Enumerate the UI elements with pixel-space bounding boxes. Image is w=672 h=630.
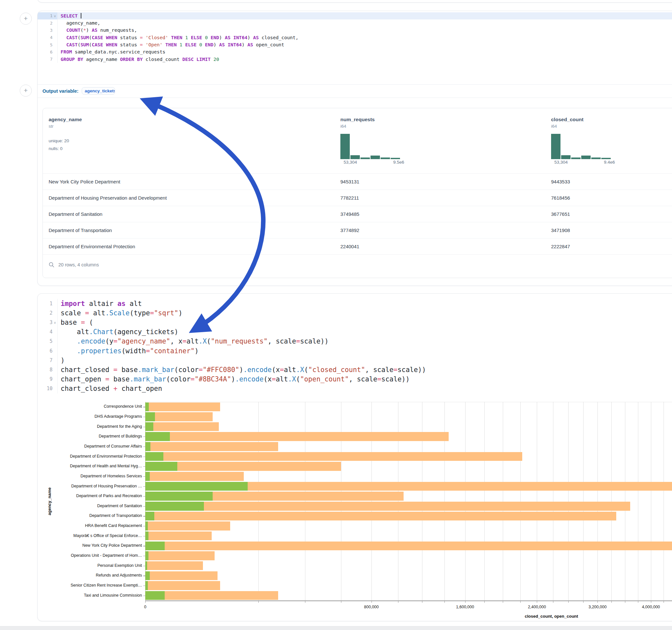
previous-cell-edge — [37, 0, 672, 3]
x-tick-label: 1,600,000 — [456, 605, 474, 609]
bar-closed-count — [145, 502, 630, 511]
code-line[interactable]: 1∨SELECT — [38, 12, 672, 20]
code-line[interactable]: 3 COUNT(*) AS num_requests, — [38, 27, 672, 34]
column-header-closed_count[interactable]: closed_counti6453,3049.4e6 — [545, 108, 672, 173]
table-cell: 9443533 — [545, 179, 672, 185]
code-line[interactable]: 4 CAST(SUM(CASE WHEN status = 'Closed' T… — [38, 34, 672, 41]
code-token: LIMIT — [196, 57, 211, 62]
python-code-editor[interactable]: 1import altair as alt2scale = alt.Scale(… — [38, 294, 672, 393]
code-token — [61, 42, 66, 47]
x-axis-tick — [484, 601, 485, 603]
fold-chevron-icon[interactable]: ∨ — [53, 14, 57, 18]
code-line[interactable]: 6FROM sample_data.nyc.service_requests — [38, 48, 672, 55]
code-token: ) — [247, 35, 253, 40]
column-stat: unique: 20 — [49, 137, 335, 145]
y-axis-label: Taxi and Limousine Commission — [38, 593, 142, 598]
gridline — [422, 402, 423, 601]
code-token — [182, 42, 185, 47]
code-token: = — [272, 375, 276, 383]
code-token: alt — [276, 375, 288, 383]
bar-closed-count — [145, 492, 404, 501]
bar-closed-count — [145, 591, 278, 600]
y-axis-label: Department for the Aging — [38, 424, 142, 429]
y-axis-tick — [143, 546, 145, 546]
bar-open-count — [145, 442, 150, 451]
column-header-agency_name[interactable]: agency_namestrunique: 20nulls: 0 — [43, 108, 335, 173]
code-line-text: CAST(SUM(CASE WHEN status = 'Open' THEN … — [58, 41, 672, 48]
line-number: 3 — [50, 319, 52, 325]
y-axis-label: DHS Advantage Programs — [38, 414, 142, 419]
code-token: , scale — [268, 337, 296, 345]
code-line[interactable]: 10chart_closed + chart_open — [38, 384, 672, 393]
line-number-gutter: 2 — [38, 20, 58, 27]
histogram-bar — [370, 155, 380, 159]
y-axis-tick — [143, 536, 145, 536]
code-line[interactable]: 7) — [38, 356, 672, 365]
code-token: .X — [199, 337, 207, 345]
code-token: INT64 — [233, 35, 248, 40]
bar-open-count — [145, 561, 147, 571]
gridline — [503, 402, 503, 601]
code-token: "agency_name" — [117, 337, 170, 345]
code-token: BY — [137, 57, 143, 62]
code-line[interactable]: 5 CAST(SUM(CASE WHEN status = 'Open' THE… — [38, 41, 672, 48]
code-token: , x — [170, 337, 183, 345]
table-cell: Department of Transportation — [43, 227, 335, 233]
code-line[interactable]: 8chart_closed = base.mark_bar(color="#FF… — [38, 365, 672, 374]
add-cell-button[interactable]: + — [20, 84, 32, 97]
code-line[interactable]: 2 agency_name, — [38, 20, 672, 27]
bar-open-count — [145, 452, 163, 461]
bar-closed-count — [145, 581, 220, 590]
bar-open-count — [145, 502, 204, 511]
code-token: ELSE — [185, 42, 196, 47]
histogram-bar — [601, 158, 611, 159]
code-token: = — [150, 309, 154, 317]
line-number-gutter: 1 — [38, 299, 58, 308]
code-line[interactable]: 2scale = alt.Scale(type="sqrt") — [38, 308, 672, 318]
code-line[interactable]: 4 alt.Chart(agency_tickets) — [38, 327, 672, 337]
code-line[interactable]: 1import altair as alt — [38, 299, 672, 308]
add-cell-button[interactable]: + — [20, 13, 32, 25]
code-token: as — [117, 300, 125, 308]
code-line[interactable]: 5 .encode(y="agency_name", x=alt.X("num_… — [38, 337, 672, 346]
column-stat: nulls: 0 — [49, 145, 335, 153]
sql-code-editor[interactable]: 1∨SELECT 2 agency_name,3 COUNT(*) AS num… — [38, 11, 672, 84]
histogram-bar — [381, 158, 390, 159]
output-variable-pill[interactable]: agency_tickets — [82, 87, 115, 95]
bar-open-count — [145, 432, 170, 441]
code-token: INT64 — [227, 42, 242, 47]
code-token: ( — [80, 28, 83, 33]
code-token — [194, 57, 196, 62]
code-token — [143, 42, 146, 47]
y-axis-title: agency_name — [47, 453, 52, 550]
search-icon[interactable] — [49, 262, 54, 268]
code-token: alt — [125, 300, 142, 308]
code-line[interactable]: 9chart_open = base.mark_bar(color="#8BC3… — [38, 374, 672, 384]
code-line-text: ) — [58, 356, 672, 365]
y-axis-tick — [143, 596, 145, 596]
code-token: = — [81, 319, 85, 326]
bar-open-count — [145, 422, 153, 431]
y-axis-label: Personal Exemption Unit — [38, 563, 142, 568]
histogram-bar — [571, 158, 581, 159]
fold-chevron-icon[interactable]: ∨ — [53, 320, 57, 324]
table-row: Department of Sanitation37494853677651 — [43, 206, 672, 222]
line-number: 1 — [50, 13, 52, 18]
code-token: num_requests, — [98, 28, 137, 33]
code-token: chart_open — [61, 375, 105, 383]
page-bottom-strip — [0, 626, 672, 630]
line-number-gutter: 7 — [38, 56, 58, 63]
code-token: .mark_bar — [130, 375, 166, 383]
column-header-num_requests[interactable]: num_requestsi6453,3049.5e6 — [335, 108, 545, 173]
code-line[interactable]: 3∨base = ( — [38, 318, 672, 327]
code-token: = — [191, 375, 195, 383]
code-token: AS — [247, 42, 253, 47]
code-line[interactable]: 6 .properties(width="container") — [38, 346, 672, 356]
column-type: i64 — [340, 124, 545, 129]
x-tick-label: 800,000 — [364, 605, 379, 609]
bar-closed-count — [145, 462, 341, 471]
x-axis-tick — [305, 601, 305, 603]
y-axis-label: Department of Homeless Services — [38, 474, 142, 479]
code-line[interactable]: 7GROUP BY agency_name ORDER BY closed_co… — [38, 56, 672, 63]
code-token: ( — [296, 375, 300, 383]
